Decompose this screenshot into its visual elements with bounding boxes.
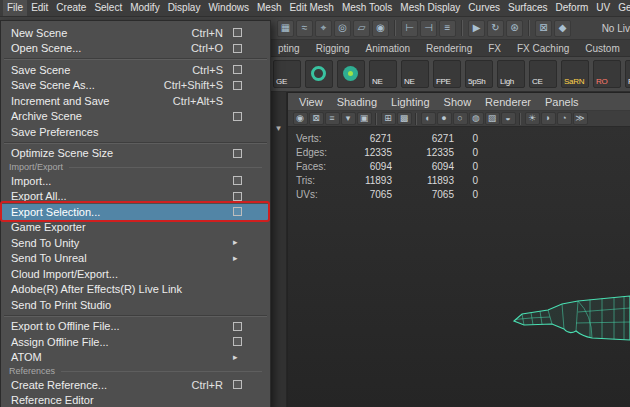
two-d-pan-zoom-icon[interactable]: ⊞ [381,112,396,125]
shelf-fpe-button[interactable]: FPE [433,60,461,88]
oversampling-icon[interactable]: ▩ [397,112,412,125]
shelf-ro-button[interactable]: RO [593,60,621,88]
menu-edit-mesh[interactable]: Edit Mesh [285,0,337,16]
menu-item-export-all[interactable]: Export All... [1,189,270,205]
snap-view-plane-icon[interactable]: ▱ [353,20,370,37]
option-box[interactable] [233,380,242,389]
menu-uv[interactable]: UV [592,0,614,16]
panel-caret-icon[interactable]: ▼ [275,124,283,133]
textured-icon[interactable]: ▨ [485,112,500,125]
camera-attributes-icon[interactable]: ≡ [325,112,340,125]
wireframe-on-shaded-icon[interactable]: ◍ [469,112,484,125]
menu-deform[interactable]: Deform [552,0,593,16]
menu-item-send-to-unreal[interactable]: Send To Unreal ▸ [1,251,270,267]
menu-item-increment-and-save[interactable]: Increment and Save Ctrl+Alt+S [1,93,270,109]
menu-item-open-scene[interactable]: Open Scene... Ctrl+O [1,41,270,57]
menu-item-new-scene[interactable]: New Scene Ctrl+N [1,25,270,41]
menu-item-export-to-offline-file[interactable]: Export to Offline File... [1,319,270,335]
bookmarks-icon[interactable]: ▾ [341,112,356,125]
shelf-sphere-button[interactable] [305,60,333,88]
menu-item-cloud-import-export[interactable]: Cloud Import/Export... [1,266,270,282]
snap-curve-icon[interactable]: ≈ [296,20,313,37]
menu-item-optimize-scene-size[interactable]: Optimize Scene Size [1,146,270,162]
panel-menu-lighting[interactable]: Lighting [384,96,437,108]
option-box[interactable] [233,322,242,331]
menu-select[interactable]: Select [90,0,126,16]
shelf-ce-button[interactable]: CE [529,60,557,88]
menu-create[interactable]: Create [52,0,90,16]
select-camera-icon[interactable]: ◉ [293,112,308,125]
mesh-hand[interactable] [512,293,630,341]
shelf-ligh-button[interactable]: Ligh [497,60,525,88]
shelf-tab-sculpting[interactable]: pting [270,41,308,56]
snap-grid-icon[interactable]: ▦ [277,20,294,37]
live-surface-indicator[interactable]: No Liv [596,23,630,34]
menu-item-export-selection[interactable]: Export Selection... [1,204,270,220]
shelf-ne-button[interactable]: NE [369,60,397,88]
shelf-tab-fx-caching[interactable]: FX Caching [509,41,577,56]
menu-item-reference-editor[interactable]: Reference Editor [1,393,270,407]
output-connections-icon[interactable]: ⊣ [420,20,437,37]
menu-section-import-export[interactable]: Import/Export [1,161,270,173]
make-live-icon[interactable]: ◉ [372,20,389,37]
shelf-ne2-button[interactable]: NE [401,60,429,88]
shelf-torus-button[interactable] [337,60,365,88]
menu-generate[interactable]: Generate [614,0,630,16]
menu-item-atom[interactable]: ATOM ▸ [1,350,270,366]
option-box[interactable] [233,192,242,201]
shelf-tab-animation[interactable]: Animation [358,41,418,56]
shelf-fn-button[interactable]: FN [625,60,630,88]
menu-item-game-exporter[interactable]: Game Exporter [1,220,270,236]
render-icon[interactable]: ▶ [468,20,485,37]
wireframe-icon[interactable]: ○ [453,112,468,125]
backface-culling-icon[interactable]: ◐ [421,112,436,125]
menu-item-save-scene[interactable]: Save Scene Ctrl+S [1,62,270,78]
menu-modify[interactable]: Modify [126,0,163,16]
highlight-selection-icon[interactable]: ◆ [554,20,571,37]
shelf-ge-button[interactable]: GE [273,60,301,88]
shelf-tab-rendering[interactable]: Rendering [418,41,480,56]
image-plane-icon[interactable]: ▣ [357,112,372,125]
menu-item-save-scene-as[interactable]: Save Scene As... Ctrl+Shift+S [1,78,270,94]
menu-mesh[interactable]: Mesh [253,0,285,16]
shadows-icon[interactable]: ◗ [541,112,556,125]
option-box[interactable] [233,207,242,216]
menu-item-adobe-after-effects-live-link[interactable]: Adobe(R) After Effects(R) Live Link [1,282,270,298]
ssao-icon[interactable]: ◔ [557,112,572,125]
shelf-5psh-button[interactable]: 5pSh [465,60,493,88]
option-box[interactable] [233,28,242,37]
snap-projected-center-icon[interactable]: ◎ [334,20,351,37]
option-box[interactable] [233,176,242,185]
menu-section-references[interactable]: References [1,365,270,377]
shelf-tab-rigging[interactable]: Rigging [308,41,358,56]
render-settings-icon[interactable]: ⊛ [506,20,523,37]
shelf-tab-fx[interactable]: FX [480,41,509,56]
menu-edit[interactable]: Edit [27,0,52,16]
option-box[interactable] [233,65,242,74]
menu-item-assign-offline-file[interactable]: Assign Offline File... [1,334,270,350]
smooth-shade-icon[interactable]: ● [437,112,452,125]
menu-item-create-reference[interactable]: Create Reference... Ctrl+R [1,377,270,393]
menu-item-save-preferences[interactable]: Save Preferences [1,124,270,140]
menu-curves[interactable]: Curves [464,0,504,16]
menu-item-send-to-unity[interactable]: Send To Unity ▸ [1,235,270,251]
menu-windows[interactable]: Windows [204,0,253,16]
panel-menu-panels[interactable]: Panels [538,96,586,108]
shelf-tab-custom[interactable]: Custom [577,41,627,56]
input-connections-icon[interactable]: ⊢ [401,20,418,37]
option-box[interactable] [233,337,242,346]
shelf-sarn-button[interactable]: SaRN [561,60,589,88]
menu-file[interactable]: File [3,0,27,16]
option-box[interactable] [233,112,242,121]
menu-mesh-display[interactable]: Mesh Display [396,0,464,16]
menu-item-archive-scene[interactable]: Archive Scene [1,109,270,125]
option-box[interactable] [233,44,242,53]
panel-menu-renderer[interactable]: Renderer [478,96,538,108]
menu-mesh-tools[interactable]: Mesh Tools [338,0,396,16]
use-default-material-icon[interactable]: ◒ [501,112,516,125]
panel-menu-view[interactable]: View [292,96,330,108]
lock-selection-icon[interactable]: ⊠ [535,20,552,37]
lock-camera-icon[interactable]: ⊠ [309,112,324,125]
panel-menu-show[interactable]: Show [437,96,479,108]
viewport[interactable]: Verts: 6271 6271 0 Edges: 12335 12335 0 … [288,127,630,407]
